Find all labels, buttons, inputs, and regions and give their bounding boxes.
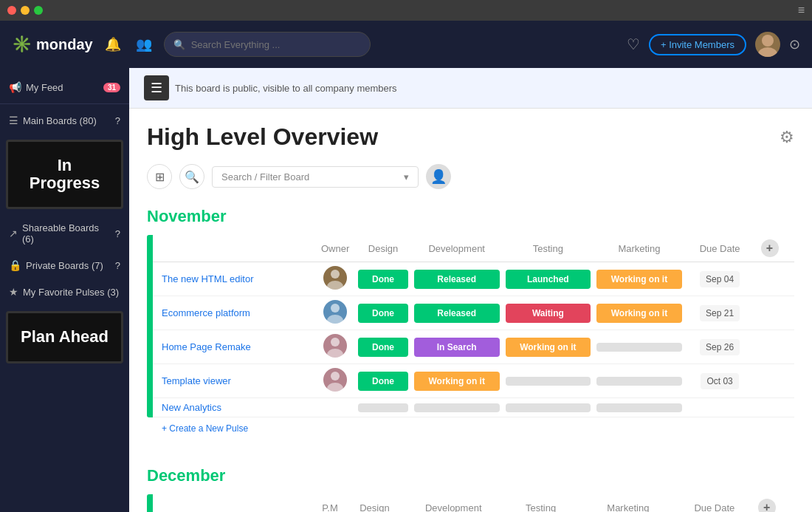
december-table-container: P.M Design Development Testing Marketing…	[147, 494, 794, 512]
svg-point-6	[331, 304, 340, 313]
testing-cell[interactable]: Waiting	[503, 296, 594, 330]
search-filter-button[interactable]: 🔍	[179, 164, 204, 189]
board-header: High Level Overview ⚙	[129, 109, 812, 158]
testing-cell[interactable]	[503, 398, 594, 417]
development-cell[interactable]	[411, 398, 503, 417]
marketing-cell[interactable]: Working on it	[593, 262, 685, 296]
sidebar-item-shareable-boards[interactable]: ↗ Shareable Boards (6) ?	[0, 215, 129, 252]
december-left-bar	[147, 494, 153, 512]
owner-cell	[315, 364, 355, 398]
filter-input[interactable]: Search / Filter Board ▾	[212, 166, 419, 188]
col-owner: Owner	[315, 235, 355, 262]
sidebar-item-my-feed[interactable]: 📢 My Feed 31	[0, 74, 129, 100]
table-row: Ecommerce platform Done Released Waiting…	[153, 296, 794, 330]
design-cell[interactable]: Done	[355, 364, 410, 398]
due-date-cell: Sep 26	[685, 330, 755, 364]
minimize-dot[interactable]	[21, 6, 30, 15]
logo-icon: ✳️	[12, 35, 32, 54]
development-cell[interactable]: Working on it	[411, 364, 503, 398]
testing-cell[interactable]: Working on it	[503, 330, 594, 364]
logo-text: monday	[36, 36, 93, 53]
table-row: New Analytics	[153, 398, 794, 417]
marketing-cell[interactable]	[593, 398, 685, 417]
svg-point-12	[331, 372, 340, 380]
view-toggle-button[interactable]: ⊞	[147, 164, 172, 189]
col-testing-dec: Testing	[503, 494, 579, 512]
settings-icon[interactable]: ⚙	[780, 128, 794, 147]
development-cell[interactable]: In Search	[411, 330, 503, 364]
svg-point-9	[331, 338, 340, 347]
item-name[interactable]: Home Page Remake	[153, 330, 315, 364]
table-row: Home Page Remake Done In Search Working …	[153, 330, 794, 364]
due-date-cell: Oct 03	[685, 364, 755, 398]
search-input[interactable]	[191, 39, 361, 50]
item-name[interactable]: Template viewer	[153, 364, 315, 398]
design-cell[interactable]: Done	[355, 296, 410, 330]
main-boards-label: Main Boards (80)	[23, 115, 111, 126]
avatar[interactable]	[755, 32, 780, 57]
menu-button[interactable]: ☰	[144, 75, 169, 100]
menu-icon[interactable]: ≡	[798, 4, 805, 17]
sidebar-item-main-boards[interactable]: ☰ Main Boards (80) ?	[0, 107, 129, 134]
sidebar-item-private-boards[interactable]: 🔒 Private Boards (7) ?	[0, 252, 129, 279]
search-bar[interactable]: 🔍	[164, 32, 371, 57]
col-due-date-dec: Due Date	[677, 494, 752, 512]
star-icon: ★	[9, 286, 18, 298]
close-dot[interactable]	[7, 6, 16, 15]
sidebar-item-favorites[interactable]: ★ My Favorite Pulses (3)	[0, 279, 129, 305]
person-filter-button[interactable]: 👤	[426, 164, 451, 189]
private-boards-help-icon[interactable]: ?	[115, 260, 120, 271]
december-table: P.M Design Development Testing Marketing…	[153, 494, 794, 512]
info-bar: ☰ This board is public, visible to all c…	[129, 68, 812, 109]
design-cell[interactable]: Done	[355, 262, 410, 296]
col-item-dec	[153, 494, 315, 512]
item-name[interactable]: New Analytics	[153, 398, 315, 417]
november-table-container: Owner Design Development Testing Marketi…	[147, 235, 794, 417]
development-cell[interactable]: Released	[411, 262, 503, 296]
maximize-dot[interactable]	[34, 6, 43, 15]
main-layout: 📢 My Feed 31 ☰ Main Boards (80) ? InProg…	[0, 68, 812, 512]
col-marketing: Marketing	[593, 235, 685, 262]
col-add-dec[interactable]: +	[752, 494, 794, 512]
col-testing: Testing	[503, 235, 594, 262]
design-cell[interactable]	[355, 398, 410, 417]
main-boards-help-icon[interactable]: ?	[115, 115, 120, 126]
person-icon: 👤	[430, 168, 447, 185]
marketing-cell[interactable]	[593, 364, 685, 398]
testing-cell[interactable]	[503, 364, 594, 398]
bell-icon[interactable]: 🔔	[102, 36, 124, 52]
testing-cell[interactable]: Launched	[503, 262, 594, 296]
design-cell[interactable]: Done	[355, 330, 410, 364]
due-date-cell: Sep 04	[685, 262, 755, 296]
svg-point-0	[762, 35, 774, 47]
marketing-cell[interactable]: Working on it	[593, 296, 685, 330]
svg-point-3	[331, 270, 340, 279]
item-name[interactable]: The new HTML editor	[153, 262, 315, 296]
share-icon: ↗	[9, 228, 18, 239]
extra-cell	[755, 330, 795, 364]
board-toolbar: ⊞ 🔍 Search / Filter Board ▾ 👤	[129, 158, 812, 195]
sidebar-divider-1	[0, 103, 129, 104]
shareable-boards-label: Shareable Boards (6)	[22, 222, 111, 245]
table-row: Template viewer Done Working on it Oct 0…	[153, 364, 794, 398]
in-progress-banner: InProgress	[6, 140, 123, 209]
november-left-bar	[147, 235, 153, 417]
marketing-cell[interactable]	[593, 330, 685, 364]
account-menu-icon[interactable]: ⊙	[789, 36, 800, 52]
favorites-icon[interactable]: ♡	[627, 35, 640, 53]
col-development-dec: Development	[405, 494, 503, 512]
lock-icon: 🔒	[9, 259, 21, 271]
november-create-pulse[interactable]: + Create a New Pulse	[153, 417, 794, 440]
invite-members-button[interactable]: + Invite Members	[649, 34, 746, 55]
col-add[interactable]: +	[755, 235, 795, 262]
col-pm: P.M	[315, 494, 345, 512]
shareable-boards-help-icon[interactable]: ?	[115, 228, 120, 239]
due-date-cell: Sep 21	[685, 296, 755, 330]
extra-cell	[755, 296, 795, 330]
col-design-dec: Design	[345, 494, 405, 512]
favorites-label: My Favorite Pulses (3)	[23, 287, 120, 298]
logo: ✳️ monday	[12, 35, 93, 54]
people-icon[interactable]: 👥	[133, 36, 155, 52]
development-cell[interactable]: Released	[411, 296, 503, 330]
item-name[interactable]: Ecommerce platform	[153, 296, 315, 330]
